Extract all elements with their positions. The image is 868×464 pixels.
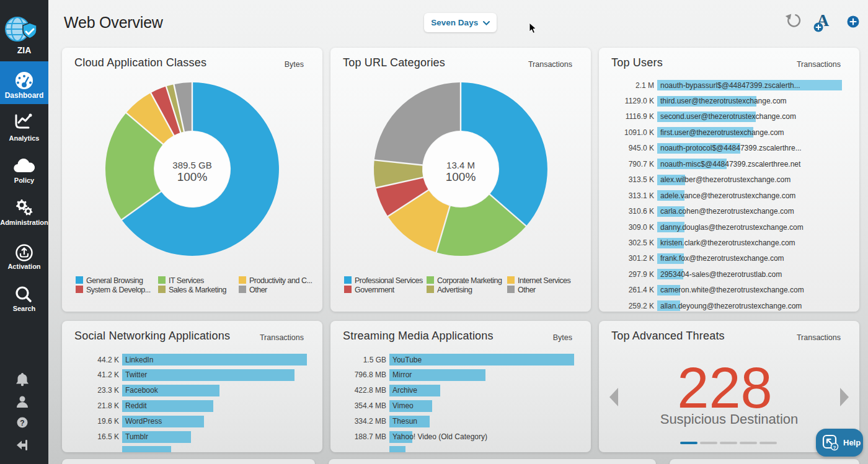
svg-text:Help: Help	[843, 438, 861, 447]
svg-text:Search: Search	[13, 305, 36, 312]
svg-text:?: ?	[20, 419, 24, 427]
svg-text:Dashboard: Dashboard	[5, 91, 44, 100]
svg-text:Analytics: Analytics	[9, 134, 40, 142]
svg-text:Activation: Activation	[7, 263, 40, 270]
svg-text:Administration: Administration	[0, 219, 48, 226]
svg-text:ZIA: ZIA	[17, 45, 32, 55]
svg-text:?: ?	[833, 445, 836, 450]
svg-text:Policy: Policy	[14, 177, 35, 184]
